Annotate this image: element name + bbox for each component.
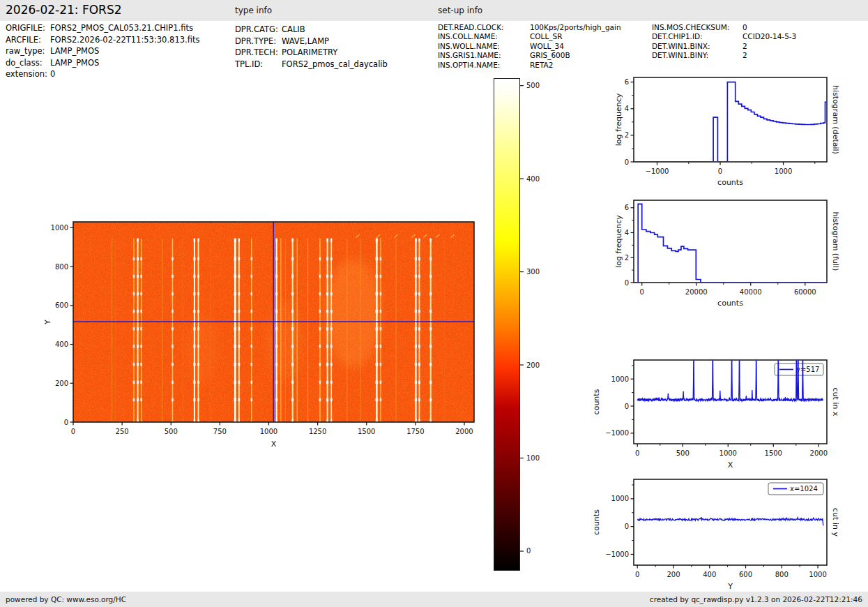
- info-label: ARCFILE:: [6, 34, 50, 46]
- info-row: DPR.CATG:CALIB: [235, 24, 388, 36]
- svg-text:2: 2: [625, 254, 629, 262]
- svg-text:6: 6: [625, 78, 629, 86]
- colorbar-gradient: [494, 78, 520, 571]
- svg-text:1000: 1000: [51, 224, 68, 232]
- svg-text:40000: 40000: [740, 288, 762, 296]
- type-info-section: DPR.CATG:CALIBDPR.TYPE:WAVE,LAMPDPR.TECH…: [235, 24, 388, 70]
- chart-cut-y: 02004006008001000−100001000Ycountscut in…: [592, 479, 840, 591]
- svg-text:1750: 1750: [406, 428, 424, 435]
- info-label: do_class:: [6, 57, 50, 69]
- svg-text:−1000: −1000: [605, 429, 629, 437]
- svg-text:100: 100: [526, 454, 540, 462]
- info-label: DPR.TYPE:: [235, 36, 282, 47]
- info-row: DPR.TECH:POLARIMETRY: [235, 47, 388, 59]
- svg-text:Y: Y: [727, 582, 733, 591]
- info-value: CALIB: [282, 24, 305, 36]
- info-label: INS.WOLL.NAME:: [438, 42, 530, 51]
- info-value: FORS2_PMOS_CAL053.21.CHIP1.fits: [50, 22, 193, 34]
- info-row: ORIGFILE:FORS2_PMOS_CAL053.21.CHIP1.fits: [6, 22, 199, 34]
- file-info-section: ORIGFILE:FORS2_PMOS_CAL053.21.CHIP1.fits…: [6, 22, 199, 80]
- svg-text:0: 0: [625, 523, 629, 530]
- info-label: DET.WIN1.BINY:: [652, 51, 743, 60]
- svg-text:500: 500: [526, 82, 540, 89]
- raw-image-display: [73, 222, 474, 422]
- svg-text:300: 300: [526, 268, 540, 276]
- svg-text:counts: counts: [717, 178, 743, 187]
- svg-text:1000: 1000: [260, 428, 277, 435]
- svg-text:cut in x: cut in x: [831, 388, 840, 417]
- info-label: DET.CHIP1.ID:: [652, 32, 743, 41]
- svg-text:800: 800: [55, 263, 68, 271]
- info-label: ORIGFILE:: [6, 22, 50, 34]
- info-row: TPL.ID:FORS2_pmos_cal_daycalib: [235, 59, 388, 70]
- footer-powered-by: powered by QC: www.eso.org/HC: [6, 595, 126, 604]
- svg-text:20000: 20000: [685, 288, 708, 296]
- svg-text:200: 200: [667, 571, 680, 578]
- info-value: 2: [743, 42, 747, 51]
- svg-text:200: 200: [526, 361, 540, 369]
- info-label: DPR.TECH:: [235, 47, 282, 59]
- svg-text:0: 0: [640, 288, 644, 296]
- legend-cut-y: x=1024: [768, 483, 823, 495]
- svg-text:500: 500: [676, 449, 690, 457]
- info-label: extension:: [6, 68, 50, 80]
- svg-text:0: 0: [625, 403, 629, 410]
- info-value: 0: [743, 23, 747, 32]
- info-row: DET.WIN1.BINY:2: [652, 51, 796, 60]
- setup-info-left-section: DET.READ.CLOCK:100Kps/2ports/high_gainIN…: [438, 23, 621, 70]
- info-value: GRIS_600B: [530, 51, 570, 60]
- svg-text:800: 800: [775, 571, 789, 578]
- svg-text:400: 400: [703, 571, 716, 578]
- info-value: WOLL_34: [530, 42, 564, 51]
- info-label: DET.READ.CLOCK:: [438, 23, 530, 32]
- info-row: INS.GRIS1.NAME:GRIS_600B: [438, 51, 621, 60]
- svg-text:1000: 1000: [611, 495, 629, 502]
- svg-text:400: 400: [526, 175, 540, 183]
- svg-text:600: 600: [739, 571, 752, 578]
- info-label: DPR.CATG:: [235, 24, 282, 36]
- info-value: POLARIMETRY: [282, 47, 337, 59]
- type-info-heading: type info: [235, 6, 272, 15]
- info-row: INS.WOLL.NAME:WOLL_34: [438, 42, 621, 51]
- info-value: CCID20-14-5-3: [743, 32, 796, 41]
- legend-cut-x: y=517: [775, 364, 823, 375]
- svg-text:0: 0: [625, 279, 629, 287]
- svg-text:200: 200: [55, 380, 68, 387]
- svg-text:400: 400: [55, 340, 68, 348]
- svg-text:0: 0: [625, 158, 629, 166]
- info-row: raw_type:LAMP_PMOS: [6, 45, 199, 57]
- svg-text:Y: Y: [43, 320, 52, 325]
- info-value: COLL_SR: [530, 32, 563, 41]
- info-label: TPL.ID:: [235, 59, 282, 70]
- svg-text:counts: counts: [592, 509, 601, 535]
- info-value: FORS2.2026-02-22T11:53:30.813.fits: [50, 34, 199, 46]
- svg-text:1000: 1000: [809, 571, 826, 578]
- svg-text:histogram (full): histogram (full): [831, 212, 840, 271]
- info-row: ARCFILE:FORS2.2026-02-22T11:53:30.813.fi…: [6, 34, 199, 46]
- svg-text:1000: 1000: [611, 375, 629, 383]
- svg-text:counts: counts: [592, 389, 601, 414]
- header-bar: 2026-02-21: FORS2 type info set-up info: [0, 0, 868, 21]
- footer-created-by: created by qc_rawdisp.py v1.2.3 on 2026-…: [650, 595, 862, 604]
- info-row: extension:0: [6, 68, 199, 80]
- svg-text:4: 4: [625, 229, 629, 237]
- svg-text:−1000: −1000: [605, 550, 629, 558]
- svg-text:y=517: y=517: [796, 366, 819, 373]
- svg-text:1250: 1250: [309, 428, 326, 435]
- setup-info-right-section: INS.MOS.CHECKSUM:0DET.CHIP1.ID:CCID20-14…: [652, 23, 796, 61]
- svg-text:250: 250: [116, 428, 129, 435]
- info-row: DET.WIN1.BINX:2: [652, 42, 796, 51]
- svg-text:500: 500: [165, 428, 178, 435]
- info-row: INS.MOS.CHECKSUM:0: [652, 23, 796, 32]
- footer-bar: powered by QC: www.eso.org/HC created by…: [0, 592, 868, 607]
- info-label: DET.WIN1.BINX:: [652, 42, 743, 51]
- svg-text:X: X: [728, 460, 733, 470]
- svg-text:2: 2: [625, 131, 629, 139]
- info-value: WAVE,LAMP: [282, 36, 329, 47]
- svg-text:60000: 60000: [794, 288, 816, 296]
- info-row: DET.CHIP1.ID:CCID20-14-5-3: [652, 32, 796, 41]
- setup-info-heading: set-up info: [438, 6, 482, 15]
- svg-text:6: 6: [625, 204, 629, 211]
- info-value: 2: [743, 51, 747, 60]
- svg-text:x=1024: x=1024: [790, 485, 818, 493]
